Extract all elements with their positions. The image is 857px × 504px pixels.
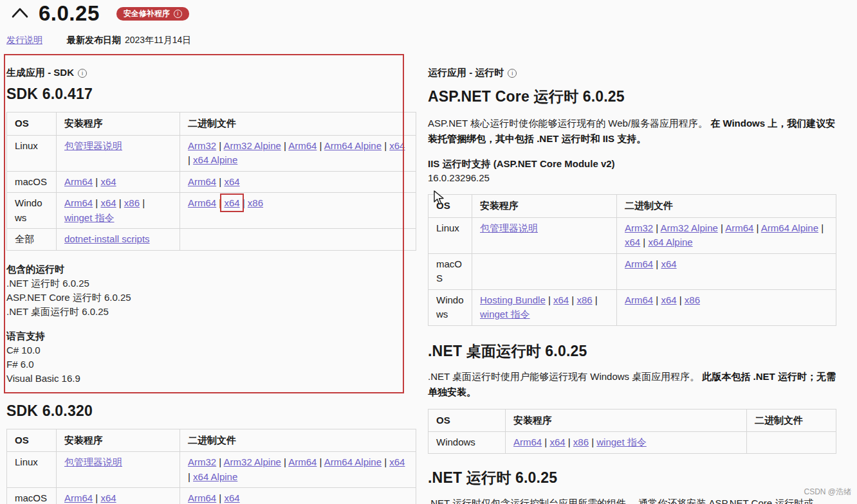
table-header-row: OS安装程序二进制文件 [428,195,836,218]
links-cell: Arm64 | x64 | x86 [617,289,836,325]
os-cell: Linux [428,217,472,253]
download-link-x64-alpine[interactable]: x64 Alpine [193,471,237,482]
download-link-[interactable]: 包管理器说明 [480,222,538,233]
column-header: 二进制文件 [747,409,836,432]
download-link-[interactable]: 包管理器说明 [64,456,122,467]
links-cell: Arm32 | Arm32 Alpine | Arm64 | Arm64 Alp… [180,135,416,171]
column-header: OS [428,195,472,218]
download-link-winget[interactable]: winget 指令 [596,437,647,447]
download-link-x86[interactable]: x86 [573,437,589,447]
download-link-x64[interactable]: x64 [100,176,116,187]
download-link-arm64[interactable]: Arm64 [513,437,542,447]
links-cell: dotnet-install scripts [57,229,180,251]
download-link-winget[interactable]: winget 指令 [480,309,530,320]
download-link-arm32[interactable]: Arm32 [625,222,653,233]
download-link-x64[interactable]: x64 [224,176,239,187]
download-link-x64[interactable]: x64 [625,237,640,248]
download-link-x86[interactable]: x86 [685,294,700,305]
release-meta-row: 发行说明 最新发布日期 2023年11月14日 [6,35,191,46]
links-cell: 包管理器说明 [57,452,180,488]
included-runtime-item: .NET 桌面运行时 6.0.25 [6,305,416,319]
download-link-arm64[interactable]: Arm64 [288,456,317,467]
table-row: macOSArm64 | x64Arm64 | x64 [7,171,416,193]
download-link-arm64[interactable]: Arm64 [625,294,653,305]
download-link-x64[interactable]: x64 [549,437,565,447]
links-cell: Arm64 | x64 [57,171,180,193]
latest-release-label: 最新发布日期 [67,35,121,46]
column-header: 安装程序 [506,409,747,432]
download-link-hosting-bundle[interactable]: Hosting Bundle [480,294,546,305]
download-link-x64-alpine[interactable]: x64 Alpine [648,237,692,248]
os-cell: Linux [7,452,57,488]
download-link-arm32[interactable]: Arm32 [188,140,216,151]
download-link-x64-alpine[interactable]: x64 Alpine [193,154,237,165]
download-link-x86[interactable]: x86 [248,197,263,208]
column-header: 安装程序 [472,195,617,218]
aspnet-runtime-description: ASP.NET 核心运行时使你能够运行现有的 Web/服务器应用程序。 在 Wi… [428,116,837,147]
os-cell: Windows [7,193,57,229]
download-link-x64[interactable]: x64 [661,294,676,305]
links-cell: Arm64 | x64 [57,488,180,504]
download-link-arm64[interactable]: Arm64 [188,176,216,187]
links-cell [747,432,836,454]
language-item: C# 10.0 [6,343,416,357]
table-row: WindowsHosting Bundle | x64 | x86 | wing… [428,289,836,325]
links-cell [180,229,416,251]
sdk320-heading: SDK 6.0.320 [6,402,416,420]
net-runtime-description: .NET 运行时仅包含运行控制台应用所需的组件。 通常你还将安装 ASP.NET… [428,496,837,504]
links-cell: Arm64 | x64 [180,488,416,504]
included-runtimes-heading: 包含的运行时 [6,262,416,276]
download-link-x64[interactable]: x64 [661,258,676,269]
net-runtime-heading: .NET 运行时 6.0.25 [428,468,837,488]
release-notes-link[interactable]: 发行说明 [6,35,42,46]
download-link-x64[interactable]: x64 [224,197,239,208]
language-support-section: 语言支持 C# 10.0 F# 6.0 Visual Basic 16.9 [6,329,416,386]
runtime-desc-normal: .NET 运行时仅包含运行控制台应用所需的组件。 [428,498,636,504]
download-link-[interactable]: 包管理器说明 [64,140,122,151]
chevron-up-icon[interactable] [10,6,30,21]
sdk417-download-table: OS安装程序二进制文件Linux包管理器说明Arm32 | Arm32 Alpi… [6,112,416,251]
info-icon[interactable]: i [78,69,87,78]
download-link-arm32-alpine[interactable]: Arm32 Alpine [224,456,281,467]
download-link-arm64[interactable]: Arm64 [725,222,753,233]
download-link-x64[interactable]: x64 [389,456,405,467]
info-icon[interactable]: i [508,69,517,78]
download-link-arm64[interactable]: Arm64 [188,492,216,503]
links-cell: Arm32 | Arm32 Alpine | Arm64 | Arm64 Alp… [180,452,416,488]
links-cell [472,253,617,289]
column-header: 安装程序 [57,429,180,452]
download-link-x64[interactable]: x64 [553,294,569,305]
included-runtime-item: .NET 运行时 6.0.25 [6,276,416,291]
security-patch-badge[interactable]: 安全修补程序 i [116,7,189,21]
download-link-arm64[interactable]: Arm64 [64,197,93,208]
download-link-x86[interactable]: x86 [124,197,140,208]
download-link-arm64[interactable]: Arm64 [188,197,216,208]
download-link-arm64[interactable]: Arm64 [625,258,653,269]
links-cell: 包管理器说明 [57,135,180,171]
download-link-arm32-alpine[interactable]: Arm32 Alpine [224,140,281,151]
download-link-arm64-alpine[interactable]: Arm64 Alpine [324,456,382,467]
download-link-arm64[interactable]: Arm64 [64,176,93,187]
download-link-arm64-alpine[interactable]: Arm64 Alpine [761,222,818,233]
os-cell: Linux [7,135,57,171]
download-link-arm64[interactable]: Arm64 [288,140,317,151]
column-header: OS [7,113,57,136]
download-link-arm32-alpine[interactable]: Arm32 Alpine [661,222,718,233]
download-link-arm64-alpine[interactable]: Arm64 Alpine [324,140,382,151]
download-link-arm64[interactable]: Arm64 [64,492,93,503]
download-link-x64[interactable]: x64 [224,492,239,503]
download-link-x64[interactable]: x64 [100,492,116,503]
download-link-dotnet-install-scripts[interactable]: dotnet-install scripts [64,233,150,244]
download-link-x86[interactable]: x86 [576,294,592,305]
column-header: OS [7,429,57,452]
table-header-row: OS安装程序二进制文件 [7,429,416,452]
links-cell: Arm64 | x64 [617,253,836,289]
info-icon: i [174,10,182,18]
download-link-x64[interactable]: x64 [389,140,405,151]
table-row: WindowsArm64 | x64 | x86 | winget 指令Arm6… [7,193,416,229]
download-link-arm32[interactable]: Arm32 [188,456,216,467]
os-cell: Windows [428,289,472,325]
os-cell: macOS [7,488,57,504]
download-link-winget[interactable]: winget 指令 [64,212,115,223]
download-link-x64[interactable]: x64 [100,197,116,208]
